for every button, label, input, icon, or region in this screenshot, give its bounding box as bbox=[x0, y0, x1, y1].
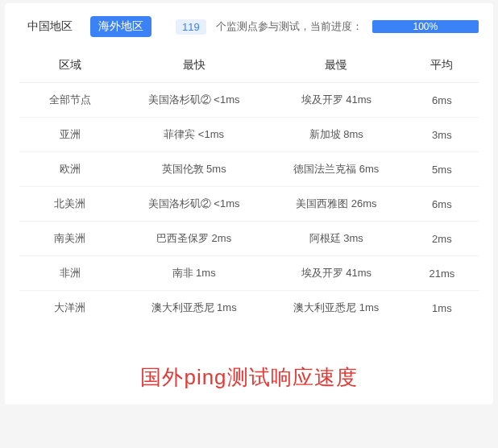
cell-average: 1ms bbox=[405, 291, 479, 326]
table-header-row: 区域 最快 最慢 平均 bbox=[19, 48, 479, 83]
caption-text: 国外ping测试响应速度 bbox=[19, 363, 479, 392]
cell-slowest: 阿根廷 3ms bbox=[268, 222, 405, 256]
header-slowest: 最慢 bbox=[268, 48, 405, 83]
table-row: 亚洲菲律宾 <1ms新加坡 8ms3ms bbox=[19, 118, 479, 152]
cell-fastest: 菲律宾 <1ms bbox=[120, 118, 267, 152]
cell-fastest: 澳大利亚悉尼 1ms bbox=[120, 291, 267, 326]
tab-overseas[interactable]: 海外地区 bbox=[90, 16, 151, 37]
table-row: 南美洲巴西圣保罗 2ms阿根廷 3ms2ms bbox=[19, 222, 479, 256]
cell-slowest: 埃及开罗 41ms bbox=[268, 83, 405, 118]
cell-average: 3ms bbox=[405, 118, 479, 152]
monitor-count-badge: 119 bbox=[176, 19, 206, 35]
cell-fastest: 英国伦敦 5ms bbox=[120, 152, 267, 187]
header-average: 平均 bbox=[405, 48, 479, 83]
cell-region: 大洋洲 bbox=[19, 291, 120, 326]
cell-average: 5ms bbox=[405, 152, 479, 187]
cell-region: 非洲 bbox=[19, 256, 120, 291]
cell-slowest: 埃及开罗 41ms bbox=[268, 256, 405, 291]
status-text: 个监测点参与测试，当前进度： bbox=[216, 19, 363, 34]
cell-slowest: 澳大利亚悉尼 1ms bbox=[268, 291, 405, 326]
cell-fastest: 巴西圣保罗 2ms bbox=[120, 222, 267, 256]
cell-region: 南美洲 bbox=[19, 222, 120, 256]
cell-slowest: 德国法兰克福 6ms bbox=[268, 152, 405, 187]
table-row: 大洋洲澳大利亚悉尼 1ms澳大利亚悉尼 1ms1ms bbox=[19, 291, 479, 326]
cell-slowest: 美国西雅图 26ms bbox=[268, 187, 405, 222]
cell-average: 2ms bbox=[405, 222, 479, 256]
table-row: 全部节点美国洛杉矶② <1ms埃及开罗 41ms6ms bbox=[19, 83, 479, 118]
cell-fastest: 美国洛杉矶② <1ms bbox=[120, 83, 267, 118]
table-row: 北美洲美国洛杉矶② <1ms美国西雅图 26ms6ms bbox=[19, 187, 479, 222]
cell-region: 北美洲 bbox=[19, 187, 120, 222]
cell-region: 亚洲 bbox=[19, 118, 120, 152]
cell-fastest: 南非 1ms bbox=[120, 256, 267, 291]
cell-slowest: 新加坡 8ms bbox=[268, 118, 405, 152]
ping-results-card: 中国地区 海外地区 119 个监测点参与测试，当前进度： 100% 区域 最快 … bbox=[5, 3, 493, 404]
cell-average: 6ms bbox=[405, 187, 479, 222]
table-row: 欧洲英国伦敦 5ms德国法兰克福 6ms5ms bbox=[19, 152, 479, 187]
table-row: 非洲南非 1ms埃及开罗 41ms21ms bbox=[19, 256, 479, 291]
cell-region: 全部节点 bbox=[19, 83, 120, 118]
progress-label: 100% bbox=[413, 21, 438, 32]
cell-average: 6ms bbox=[405, 83, 479, 118]
tab-china[interactable]: 中国地区 bbox=[19, 16, 81, 37]
ping-results-table: 区域 最快 最慢 平均 全部节点美国洛杉矶② <1ms埃及开罗 41ms6ms亚… bbox=[19, 48, 479, 325]
progress-bar-fill: 100% bbox=[372, 20, 479, 33]
tabs-row: 中国地区 海外地区 119 个监测点参与测试，当前进度： 100% bbox=[19, 16, 479, 37]
cell-average: 21ms bbox=[405, 256, 479, 291]
header-fastest: 最快 bbox=[120, 48, 267, 83]
progress-bar-track: 100% bbox=[372, 20, 479, 33]
cell-fastest: 美国洛杉矶② <1ms bbox=[120, 187, 267, 222]
cell-region: 欧洲 bbox=[19, 152, 120, 187]
header-region: 区域 bbox=[19, 48, 120, 83]
